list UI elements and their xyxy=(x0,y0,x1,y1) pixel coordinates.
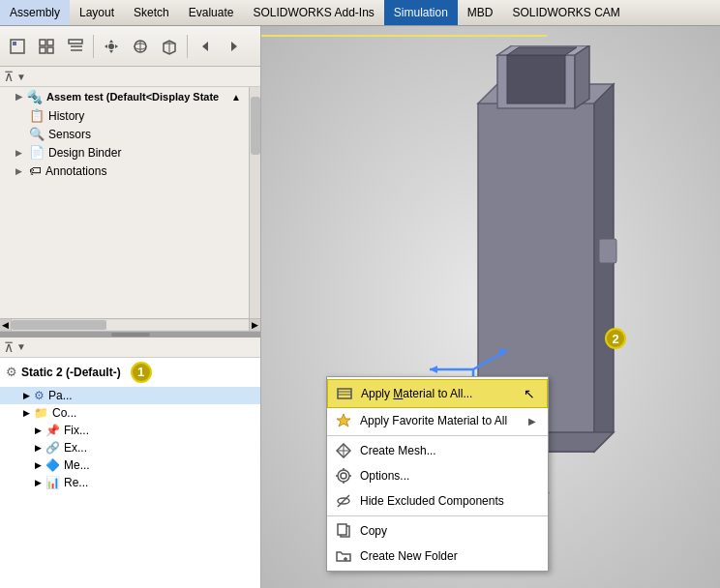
badge-2: 2 xyxy=(605,328,626,349)
menu-mbd[interactable]: MBD xyxy=(458,0,503,25)
tree-scroll-thumb[interactable] xyxy=(251,97,260,155)
sim-item-fixtures[interactable]: ▶ 📌 Fix... xyxy=(0,422,260,439)
toolbar-move-btn[interactable] xyxy=(98,33,125,60)
ctx-apply-favorite[interactable]: Apply Favorite Material to All ▶ xyxy=(327,408,548,433)
feature-tree-wrapper: ▶ 🔩 Assem test (Default<Display State ▲ … xyxy=(0,87,260,318)
left-panel: ⊼ ▼ ▶ 🔩 Assem test (Default<Display Stat… xyxy=(0,26,261,588)
menu-assembly[interactable]: Assembly xyxy=(0,0,70,25)
h-scroll-track[interactable] xyxy=(12,320,249,330)
svg-point-50 xyxy=(338,470,349,482)
toolbar xyxy=(0,26,260,67)
toolbar-grid-btn[interactable] xyxy=(33,33,60,60)
svg-point-49 xyxy=(341,473,346,479)
svg-marker-31 xyxy=(507,47,577,55)
sim-expand-ext: ▶ xyxy=(35,443,42,453)
svg-line-55 xyxy=(338,495,349,507)
ctx-arrow-favorite: ▶ xyxy=(528,416,536,426)
svg-rect-42 xyxy=(338,389,351,398)
sim-label-conn: Co... xyxy=(52,406,76,420)
sim-item-results[interactable]: ▶ 📊 Re... xyxy=(0,474,260,491)
ctx-icon-options xyxy=(335,468,352,484)
tree-expand-binder: ▶ xyxy=(15,148,25,158)
filter-icon: ⊼ xyxy=(4,69,14,84)
h-scroll-thumb[interactable] xyxy=(12,320,106,330)
ctx-copy[interactable]: Copy xyxy=(327,518,548,544)
sim-label-res: Re... xyxy=(64,476,88,489)
sim-icon-mesh: 🔷 xyxy=(45,458,60,472)
tree-item-design-binder[interactable]: ▶ 📄 Design Binder xyxy=(0,143,249,162)
ctx-apply-material[interactable]: Apply Material to All... ↖ xyxy=(327,379,548,408)
tree-icon-annotations: 🏷 xyxy=(29,163,42,178)
separator-handle[interactable] xyxy=(111,333,150,337)
menu-evaluate[interactable]: Evaluate xyxy=(179,0,244,25)
ctx-label-hide-excluded: Hide Excluded Components xyxy=(360,494,504,508)
h-scrollbar[interactable]: ◀ ▶ xyxy=(0,318,260,332)
ctx-options[interactable]: Options... xyxy=(327,463,548,488)
sim-item-parts[interactable]: ▶ ⚙ Pa... xyxy=(0,387,260,404)
sim-expand-mesh: ▶ xyxy=(35,460,42,470)
sim-icon-fix: 📌 xyxy=(45,424,60,437)
sim-study-icon: ⚙ xyxy=(6,365,17,379)
toolbar-component-btn[interactable] xyxy=(4,33,31,60)
sim-label-ext: Ex... xyxy=(64,441,87,455)
svg-rect-32 xyxy=(599,239,616,263)
tree-label-history: History xyxy=(48,109,84,123)
sim-expand-fix: ▶ xyxy=(35,426,42,435)
feature-tree-filter-row: ⊼ ▼ xyxy=(0,67,260,87)
toolbar-separator-2 xyxy=(187,35,188,58)
sim-item-mesh[interactable]: ▶ 🔷 Me... xyxy=(0,456,260,474)
ctx-icon-hide-excluded xyxy=(335,493,352,509)
sim-expand-res: ▶ xyxy=(35,478,42,487)
ctx-icon-create-folder xyxy=(335,548,352,564)
h-scroll-right[interactable]: ▶ xyxy=(249,319,260,331)
sim-label-mesh: Me... xyxy=(64,458,90,472)
sim-filter-icon: ⊼ xyxy=(4,339,14,355)
menu-sw-cam[interactable]: SOLIDWORKS CAM xyxy=(503,0,630,25)
tree-label-annotations: Annotations xyxy=(45,164,106,178)
tree-label-sensors: Sensors xyxy=(48,128,91,141)
toolbar-right-arrow-btn[interactable] xyxy=(221,33,248,60)
toolbar-sphere-btn[interactable] xyxy=(127,33,154,60)
ctx-hide-excluded[interactable]: Hide Excluded Components xyxy=(327,488,548,514)
tree-item-history[interactable]: 📋 History xyxy=(0,106,249,125)
tree-item-annotations[interactable]: ▶ 🏷 Annotations xyxy=(0,162,249,180)
sim-study-label: Static 2 (-Default-) xyxy=(21,366,121,379)
toolbar-separator-1 xyxy=(93,35,94,58)
sim-label-fix: Fix... xyxy=(64,424,89,437)
ctx-icon-copy xyxy=(335,523,352,539)
svg-point-10 xyxy=(108,44,114,49)
svg-rect-5 xyxy=(47,47,53,53)
menu-sketch[interactable]: Sketch xyxy=(124,0,179,25)
ctx-label-copy: Copy xyxy=(360,524,387,538)
ctx-separator-1 xyxy=(327,435,548,436)
toolbar-tree-btn[interactable] xyxy=(62,33,89,60)
menu-simulation[interactable]: Simulation xyxy=(384,0,458,25)
filter-arrow: ▼ xyxy=(16,72,26,82)
svg-rect-30 xyxy=(507,55,565,103)
context-menu: Apply Material to All... ↖ Apply Favorit… xyxy=(326,376,549,572)
ctx-create-mesh[interactable]: Create Mesh... xyxy=(327,438,548,463)
menu-sw-addins[interactable]: SOLIDWORKS Add-Ins xyxy=(243,0,383,25)
toolbar-box-btn[interactable] xyxy=(156,33,183,60)
tree-root[interactable]: ▶ 🔩 Assem test (Default<Display State ▲ xyxy=(0,87,249,106)
tree-root-expand: ▶ xyxy=(15,92,22,102)
menu-layout[interactable]: Layout xyxy=(70,0,124,25)
svg-rect-58 xyxy=(338,524,346,535)
sim-item-connections[interactable]: ▶ 📁 Co... xyxy=(0,404,260,422)
tree-expand-annotations: ▶ xyxy=(15,166,25,176)
canvas-area: 2 Apply Material to All... ↖ xyxy=(261,26,720,588)
sim-item-external[interactable]: ▶ 🔗 Ex... xyxy=(0,439,260,456)
toolbar-left-arrow-btn[interactable] xyxy=(192,33,219,60)
svg-marker-22 xyxy=(231,42,237,51)
sim-study-row[interactable]: ⚙ Static 2 (-Default-) 1 xyxy=(0,358,260,387)
svg-rect-3 xyxy=(47,40,53,45)
tree-scrollbar[interactable] xyxy=(249,87,260,318)
svg-marker-25 xyxy=(594,84,614,452)
tree-icon-sensors: 🔍 xyxy=(29,127,45,141)
ctx-create-folder[interactable]: Create New Folder xyxy=(327,544,548,569)
tree-icon-history: 📋 xyxy=(29,108,45,123)
svg-marker-13 xyxy=(105,44,107,48)
h-scroll-left[interactable]: ◀ xyxy=(0,319,12,331)
sim-icon-conn: 📁 xyxy=(34,406,48,420)
tree-item-sensors[interactable]: 🔍 Sensors xyxy=(0,125,249,143)
